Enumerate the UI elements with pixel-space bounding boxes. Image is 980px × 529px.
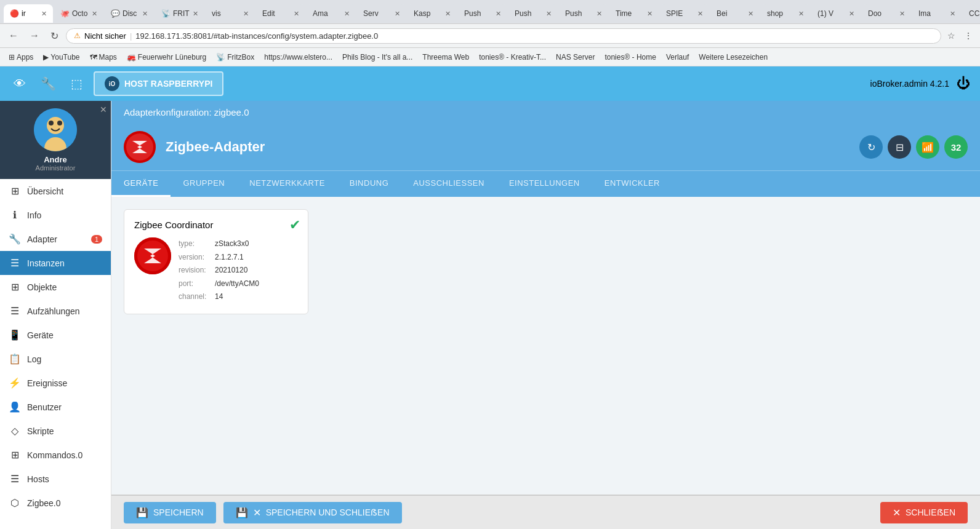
bookmark-maps[interactable]: 🗺 Maps (86, 52, 121, 63)
close-icon[interactable]: ✕ (344, 10, 350, 18)
sidebar-item-objekte[interactable]: ⊞ Objekte (0, 275, 111, 299)
sidebar-item-benutzer[interactable]: 👤 Benutzer (0, 395, 111, 419)
tab-einstellungen[interactable]: EINSTELLUNGEN (497, 171, 592, 197)
tab-v1[interactable]: (1) V ✕ (811, 4, 861, 23)
sidebar-label: Hosts (27, 474, 49, 484)
tab-vis[interactable]: vis ✕ (206, 4, 255, 23)
tab-doo[interactable]: Doo ✕ (862, 4, 911, 23)
close-icon[interactable]: ✕ (243, 10, 249, 18)
tab-push2[interactable]: Push ✕ (508, 4, 558, 23)
tab-push1[interactable]: Push ✕ (458, 4, 507, 23)
bookmark-threema[interactable]: Threema Web (419, 52, 473, 63)
close-icon[interactable]: ✕ (546, 10, 552, 18)
sidebar-label: Übersicht (27, 186, 63, 196)
sidebar-item-skripte[interactable]: ◇ Skripte (0, 419, 111, 443)
sidebar-item-aufzaehlungen[interactable]: ☰ Aufzählungen (0, 299, 111, 323)
close-icon[interactable]: ✕ (596, 10, 602, 18)
close-icon[interactable]: ✕ (445, 10, 451, 18)
tab-oct[interactable]: 🐙 Octo ✕ (54, 4, 103, 23)
bookmark-elstero[interactable]: https://www.elstero... (260, 52, 336, 63)
tab-time[interactable]: Time ✕ (609, 4, 659, 23)
tab-edit[interactable]: Edit ✕ (256, 4, 305, 23)
close-icon[interactable]: ✕ (496, 10, 501, 18)
sidebar-item-adapter[interactable]: 🔧 Adapter 1 (0, 227, 111, 251)
save-close-button[interactable]: 💾 ✕ SPEICHERN UND SCHLIEẞEN (223, 502, 402, 523)
tab-netzwerkkarte[interactable]: NETZWERKKARTE (237, 171, 337, 197)
bookmark-verlauf[interactable]: Verlauf (662, 52, 693, 63)
tab-disc[interactable]: 💬 Disc ✕ (105, 4, 154, 23)
elstero-label: https://www.elstero... (264, 53, 332, 62)
close-icon[interactable]: ✕ (193, 10, 198, 18)
tab-gruppen[interactable]: GRUPPEN (171, 171, 237, 197)
avatar-close-button[interactable]: ✕ (100, 105, 107, 114)
close-icon[interactable]: ✕ (849, 10, 854, 18)
bookmark-youtube[interactable]: ▶ YouTube (39, 52, 83, 63)
tab-shop[interactable]: shop ✕ (761, 4, 810, 23)
tab-frit[interactable]: 📡 FRIT ✕ (155, 4, 204, 23)
tab-entwickler[interactable]: ENTWICKLER (592, 171, 672, 197)
address-bar[interactable]: ⚠ Nicht sicher | 192.168.171.35:8081/#ta… (66, 28, 941, 44)
wifi-button[interactable]: 📶 (916, 135, 939, 159)
sidebar-item-instanzen[interactable]: ☰ Instanzen (0, 251, 111, 275)
tab-push3[interactable]: Push ✕ (559, 4, 608, 23)
settings-button[interactable]: ⋮ (962, 30, 975, 42)
sidebar-item-log[interactable]: 📋 Log (0, 347, 111, 371)
close-button[interactable]: ✕ SCHLIEẞEN (880, 502, 968, 523)
save-button[interactable]: 💾 SPEICHERN (124, 502, 216, 523)
logout-button[interactable]: ⬚ (67, 73, 86, 95)
sidebar-item-ereignisse[interactable]: ⚡ Ereignisse (0, 371, 111, 395)
bookmark-fw[interactable]: 🚒Feuerwehr Lüneburg (123, 52, 210, 63)
bookmark-phils[interactable]: Phils Blog - It's all a... (339, 52, 416, 63)
forward-button[interactable]: → (26, 28, 43, 44)
bookmark-fritz[interactable]: 📡FritzBox (212, 52, 258, 63)
close-icon[interactable]: ✕ (41, 10, 47, 18)
tab-geraete[interactable]: GERÄTE (111, 171, 171, 197)
sidebar-item-info[interactable]: ℹ Info (0, 203, 111, 227)
close-icon[interactable]: ✕ (697, 10, 703, 18)
tab-serv[interactable]: Serv ✕ (357, 4, 406, 23)
close-icon[interactable]: ✕ (748, 10, 753, 18)
close-icon[interactable]: ✕ (950, 10, 955, 18)
revision-label: revision: (179, 264, 212, 277)
close-icon[interactable]: ✕ (294, 10, 299, 18)
settings-button[interactable]: 🔧 (37, 73, 60, 95)
reload-button[interactable]: ↻ (47, 28, 62, 44)
sidebar-item-uebersicht[interactable]: ⊞ Übersicht (0, 179, 111, 203)
device-button[interactable]: ⊟ (888, 135, 911, 159)
tab-ama[interactable]: Ama ✕ (307, 4, 356, 23)
tab-bei[interactable]: Bei ✕ (710, 4, 760, 23)
objekte-icon: ⊞ (9, 281, 21, 293)
sidebar-item-hosts[interactable]: ☰ Hosts (0, 467, 111, 491)
bookmark-nas[interactable]: NAS Server (552, 52, 598, 63)
sidebar-label: Adapter (27, 234, 57, 244)
tab-cc2[interactable]: CC2! ✕ (963, 4, 980, 23)
tab-ausschliessen[interactable]: AUSSCHLIESSEN (401, 171, 497, 197)
bookmark-tonies1[interactable]: tonies® - Kreativ-T... (475, 52, 550, 63)
close-icon[interactable]: ✕ (647, 10, 653, 18)
back-button[interactable]: ← (5, 28, 22, 44)
tab-kasp[interactable]: Kasp ✕ (408, 4, 457, 23)
bookmark-apps[interactable]: ⊞ Apps (5, 52, 37, 63)
zigbee-icon: ⬡ (9, 497, 21, 509)
host-button[interactable]: iO HOST RASPBERRYPI (94, 71, 223, 96)
sidebar-item-geraete[interactable]: 📱 Geräte (0, 323, 111, 347)
close-icon[interactable]: ✕ (142, 10, 148, 18)
sidebar-label: Skripte (27, 426, 54, 436)
visibility-button[interactable]: 👁 (10, 73, 30, 95)
sidebar-item-zigbee[interactable]: ⬡ Zigbee.0 (0, 491, 111, 515)
bookmarks-button[interactable]: ☆ (945, 30, 958, 42)
tab-ima[interactable]: Ima ✕ (912, 4, 962, 23)
bookmark-tonies2[interactable]: tonies® - Home (601, 52, 660, 63)
close-icon[interactable]: ✕ (798, 10, 804, 18)
close-icon[interactable]: ✕ (899, 10, 905, 18)
count-badge[interactable]: 32 (944, 135, 968, 159)
sidebar-item-kommandos[interactable]: ⊞ Kommandos.0 (0, 443, 111, 467)
tab-bindung[interactable]: BINDUNG (337, 171, 401, 197)
tab-spie[interactable]: SPIE ✕ (660, 4, 709, 23)
bookmark-more[interactable]: Weitere Lesezeichen (695, 52, 771, 63)
tab-active[interactable]: 🔴 ir ✕ (4, 4, 53, 23)
close-icon[interactable]: ✕ (395, 10, 400, 18)
footer-bar: 💾 SPEICHERN 💾 ✕ SPEICHERN UND SCHLIEẞEN … (111, 495, 980, 529)
refresh-button[interactable]: ↻ (859, 135, 883, 159)
close-icon[interactable]: ✕ (92, 10, 97, 18)
